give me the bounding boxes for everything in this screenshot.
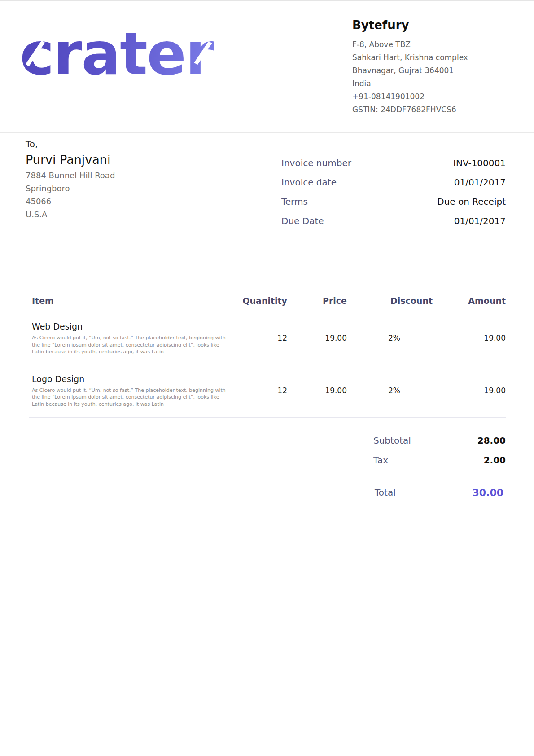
item-amount: 19.00 (433, 334, 506, 343)
item-name: Logo Design (32, 374, 233, 384)
invoice-document: crater Bytefury F-8, Above TBZ Sahkari H… (0, 0, 534, 756)
totals-section: Subtotal 28.00 Tax 2.00 (364, 431, 506, 470)
item-amount: 19.00 (433, 386, 506, 395)
grand-total-box: Total 30.00 (365, 479, 513, 506)
tax-row: Tax 2.00 (364, 450, 506, 470)
column-header-discount: Discount (347, 296, 433, 306)
subtotal-label: Subtotal (364, 435, 411, 446)
company-info: Bytefury F-8, Above TBZ Sahkari Hart, Kr… (352, 18, 514, 116)
item-discount: 2% (347, 334, 433, 343)
customer-address-line: 45066 (26, 195, 241, 208)
company-name: Bytefury (352, 18, 514, 33)
item-quantity: 12 (233, 334, 287, 343)
bill-to-label: To, (26, 137, 241, 151)
company-address-line: Sahkari Hart, Krishna complex (352, 51, 514, 64)
subtotal-row: Subtotal 28.00 (364, 431, 506, 450)
table-row: Web Design As Cicero would put it, “Um, … (29, 321, 506, 356)
table-row: Logo Design As Cicero would put it, “Um,… (29, 374, 506, 408)
grand-total-value: 30.00 (472, 487, 503, 498)
items-table: Item Quanitity Price Discount Amount Web… (29, 296, 506, 408)
bill-to-section: To, Purvi Panjvani 7884 Bunnel Hill Road… (26, 137, 241, 221)
invoice-date-value: 01/01/2017 (454, 177, 506, 188)
grand-total-label: Total (375, 487, 396, 498)
customer-address-line: U.S.A (26, 208, 241, 221)
column-header-item: Item (29, 296, 233, 306)
tax-value: 2.00 (484, 455, 506, 466)
totals-divider (29, 417, 506, 418)
column-header-price: Price (287, 296, 347, 306)
terms-label: Terms (281, 196, 308, 207)
item-description: As Cicero would put it, “Um, not so fast… (32, 387, 229, 408)
invoice-number-label: Invoice number (281, 158, 351, 168)
tax-label: Tax (364, 455, 388, 466)
subtotal-value: 28.00 (477, 435, 506, 446)
due-date-label: Due Date (281, 215, 324, 226)
company-address-line: F-8, Above TBZ (352, 38, 514, 51)
company-address-line: Bhavnagar, Gujrat 364001 (352, 64, 514, 77)
column-header-amount: Amount (433, 296, 506, 306)
customer-address-line: Springboro (26, 182, 241, 195)
company-gstin: GSTIN: 24DDF7682FHVCS6 (352, 103, 514, 116)
invoice-number-value: INV-100001 (453, 158, 506, 168)
terms-row: Terms Due on Receipt (281, 192, 506, 211)
customer-address-line: 7884 Bunnel Hill Road (26, 169, 241, 182)
item-price: 19.00 (287, 334, 347, 343)
terms-value: Due on Receipt (437, 196, 506, 207)
column-header-quantity: Quanitity (233, 296, 287, 306)
invoice-date-row: Invoice date 01/01/2017 (281, 172, 506, 192)
item-discount: 2% (347, 386, 433, 395)
item-cell: Logo Design As Cicero would put it, “Um,… (29, 374, 233, 408)
items-table-header: Item Quanitity Price Discount Amount (29, 296, 506, 306)
item-quantity: 12 (233, 386, 287, 395)
item-price: 19.00 (287, 386, 347, 395)
crater-logo-wordmark: crater (20, 25, 226, 83)
invoice-number-row: Invoice number INV-100001 (281, 153, 506, 172)
company-phone: +91-08141901002 (352, 90, 514, 103)
company-address-line: India (352, 77, 514, 90)
crater-logo: crater (20, 25, 226, 92)
invoice-header: crater Bytefury F-8, Above TBZ Sahkari H… (0, 1, 534, 133)
customer-name: Purvi Panjvani (26, 151, 241, 169)
item-cell: Web Design As Cicero would put it, “Um, … (29, 321, 233, 356)
invoice-meta-section: Invoice number INV-100001 Invoice date 0… (281, 153, 506, 230)
due-date-row: Due Date 01/01/2017 (281, 211, 506, 230)
invoice-date-label: Invoice date (281, 177, 337, 188)
due-date-value: 01/01/2017 (454, 215, 506, 226)
item-description: As Cicero would put it, “Um, not so fast… (32, 334, 229, 356)
item-name: Web Design (32, 321, 233, 332)
